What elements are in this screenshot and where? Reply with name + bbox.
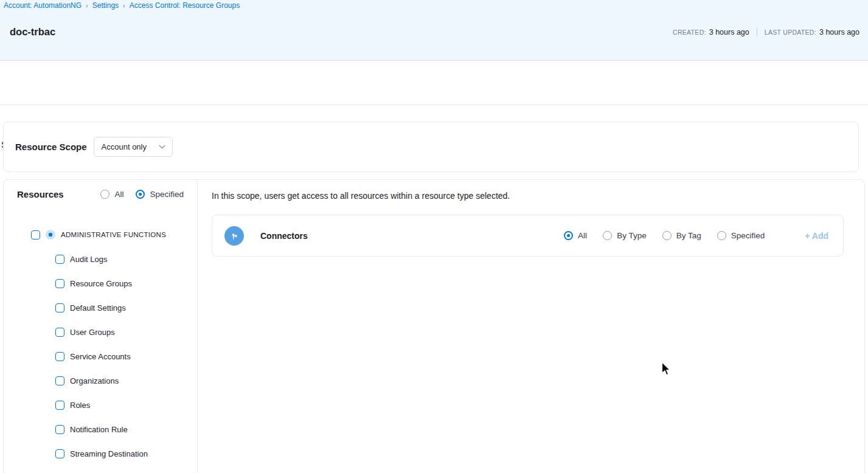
radio-icon bbox=[717, 231, 726, 240]
checkbox[interactable] bbox=[55, 328, 64, 337]
chevron-down-icon bbox=[159, 145, 165, 149]
page-header: Account: AutomationNG › Settings › Acces… bbox=[0, 0, 868, 61]
connectors-label: Connectors bbox=[260, 231, 308, 241]
radio-access-by-tag-label: By Tag bbox=[676, 231, 701, 240]
resources-card: Resources All Specified ADMINISTRATIVE F… bbox=[3, 179, 865, 473]
resources-mode-radio-group: All Specified bbox=[100, 190, 184, 199]
list-item-audit-logs[interactable]: Audit Logs bbox=[55, 247, 197, 271]
list-item-label: Organizations bbox=[70, 376, 119, 385]
radio-selected-icon bbox=[136, 190, 145, 199]
checkbox[interactable] bbox=[55, 352, 64, 361]
chevron-right-icon: › bbox=[123, 2, 125, 9]
resource-scope-label: Resource Scope bbox=[15, 142, 87, 152]
created-label: CREATED: bbox=[673, 29, 706, 36]
list-item-label: Streaming Destination bbox=[70, 449, 148, 458]
breadcrumb-resource-groups[interactable]: Access Control: Resource Groups bbox=[130, 1, 240, 10]
list-item-label: Roles bbox=[70, 401, 90, 410]
resource-group-administrative-functions[interactable]: ADMINISTRATIVE FUNCTIONS bbox=[31, 230, 166, 240]
resource-scope-dropdown[interactable]: Account only bbox=[94, 137, 173, 157]
created-value: 3 hours ago bbox=[709, 28, 749, 36]
action-toolbar: Select Resource and define its scope of … bbox=[0, 61, 868, 105]
resource-type-list: Audit Logs Resource Groups Default Setti… bbox=[55, 247, 197, 466]
page: Account: AutomationNG › Settings › Acces… bbox=[0, 0, 868, 473]
list-item-label: Service Accounts bbox=[70, 352, 131, 361]
checkbox[interactable] bbox=[55, 376, 64, 385]
radio-specified[interactable]: Specified bbox=[136, 190, 184, 199]
breadcrumb: Account: AutomationNG › Settings › Acces… bbox=[4, 1, 240, 10]
radio-access-all-label: All bbox=[578, 231, 587, 240]
group-label: ADMINISTRATIVE FUNCTIONS bbox=[61, 231, 166, 238]
last-updated-value: 3 hours ago bbox=[819, 28, 859, 36]
list-item-user-groups[interactable]: User Groups bbox=[55, 320, 197, 344]
connectors-row: Connectors All By Type By Tag bbox=[212, 215, 844, 257]
scope-description: In this scope, users get access to all r… bbox=[212, 191, 510, 201]
list-item-roles[interactable]: Roles bbox=[55, 393, 197, 417]
breadcrumb-settings[interactable]: Settings bbox=[92, 1, 119, 10]
list-item-streaming-destination[interactable]: Streaming Destination bbox=[55, 441, 197, 466]
radio-all[interactable]: All bbox=[100, 190, 123, 199]
connectors-access-radio-group: All By Type By Tag Specified + Add bbox=[564, 231, 828, 241]
list-item-label: Audit Logs bbox=[70, 255, 107, 264]
checkbox[interactable] bbox=[55, 303, 64, 312]
checkbox[interactable] bbox=[55, 425, 64, 434]
list-item-default-settings[interactable]: Default Settings bbox=[55, 295, 197, 320]
scope-detail-panel: In this scope, users get access to all r… bbox=[198, 180, 864, 473]
collapse-dot-icon[interactable] bbox=[46, 230, 55, 240]
radio-access-specified[interactable]: Specified bbox=[717, 231, 765, 240]
chevron-right-icon: › bbox=[86, 2, 88, 9]
checkbox[interactable] bbox=[55, 255, 64, 264]
branch-arrows-glyph bbox=[229, 230, 240, 241]
radio-access-by-type[interactable]: By Type bbox=[603, 231, 647, 240]
radio-access-by-tag[interactable]: By Tag bbox=[662, 231, 701, 240]
resource-scope-dropdown-value: Account only bbox=[102, 142, 147, 151]
checkbox[interactable] bbox=[55, 401, 64, 410]
list-item-label: Notification Rule bbox=[70, 425, 128, 434]
radio-specified-label: Specified bbox=[150, 190, 184, 199]
radio-icon bbox=[100, 190, 109, 199]
header-meta: CREATED: 3 hours ago LAST UPDATED: 3 hou… bbox=[673, 28, 859, 36]
radio-selected-icon bbox=[564, 231, 573, 240]
list-item-notification-rule[interactable]: Notification Rule bbox=[55, 417, 197, 441]
radio-access-by-type-label: By Type bbox=[617, 231, 647, 240]
last-updated-label: LAST UPDATED: bbox=[765, 29, 816, 36]
connectors-icon bbox=[224, 226, 244, 246]
meta-divider bbox=[757, 28, 757, 36]
resources-title: Resources bbox=[17, 189, 64, 199]
resources-header: Resources All Specified bbox=[17, 189, 184, 199]
list-item-label: Default Settings bbox=[70, 303, 126, 312]
breadcrumb-account[interactable]: Account: AutomationNG bbox=[4, 1, 82, 10]
list-item-organizations[interactable]: Organizations bbox=[55, 368, 197, 393]
radio-all-label: All bbox=[114, 190, 123, 199]
radio-icon bbox=[603, 231, 612, 240]
resources-panel: Resources All Specified ADMINISTRATIVE F… bbox=[4, 180, 198, 473]
page-title: doc-trbac bbox=[10, 26, 55, 38]
list-item-resource-groups[interactable]: Resource Groups bbox=[55, 271, 197, 295]
add-button[interactable]: + Add bbox=[805, 231, 828, 241]
radio-access-specified-label: Specified bbox=[731, 231, 765, 240]
group-checkbox[interactable] bbox=[31, 230, 40, 240]
radio-access-all[interactable]: All bbox=[564, 231, 587, 240]
checkbox[interactable] bbox=[55, 279, 64, 288]
list-item-label: Resource Groups bbox=[70, 279, 132, 288]
resource-scope-card: Resource Scope Account only bbox=[3, 122, 859, 172]
checkbox[interactable] bbox=[55, 449, 64, 458]
list-item-service-accounts[interactable]: Service Accounts bbox=[55, 344, 197, 368]
radio-icon bbox=[662, 231, 672, 240]
list-item-label: User Groups bbox=[70, 328, 115, 337]
